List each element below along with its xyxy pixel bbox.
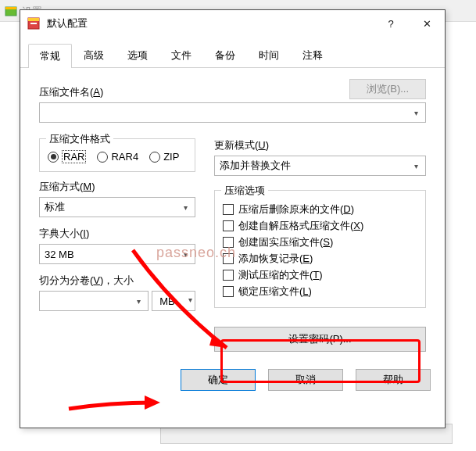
checkbox-icon [223, 253, 234, 264]
update-mode-combo[interactable]: 添加并替换文件 ▾ [214, 156, 426, 176]
radio-icon [149, 152, 160, 163]
general-panel: 压缩文件名(A) 浏览(B)... ▾ 压缩文件格式 RAR [20, 68, 445, 360]
chevron-down-icon: ▾ [188, 295, 192, 304]
archive-format-group: 压缩文件格式 RAR RAR4 ZIP [39, 138, 195, 172]
checkbox-icon [223, 237, 234, 248]
checkbox-icon [223, 204, 234, 215]
svg-rect-4 [30, 23, 37, 24]
app-icon [27, 16, 41, 30]
update-mode-label: 更新模式(U) [214, 138, 426, 152]
dialog-title: 默认配置 [47, 16, 373, 30]
opt-test[interactable]: 测试压缩的文件(T) [223, 268, 417, 282]
tab-general[interactable]: 常规 [28, 44, 72, 68]
help-footer-button[interactable]: 帮助 [356, 369, 431, 391]
svg-rect-1 [5, 7, 16, 9]
radio-icon [48, 152, 59, 163]
tab-backup[interactable]: 备份 [203, 43, 247, 67]
dictionary-size-combo[interactable]: 32 MB ▾ [39, 244, 195, 264]
split-volume-label: 切分为分卷(V)，大小 [39, 274, 195, 288]
parent-window-icon [5, 5, 17, 17]
right-column: 更新模式(U) 添加并替换文件 ▾ 压缩选项 压缩后删除原来的文件(D) 创建自… [214, 138, 426, 352]
compression-method-combo[interactable]: 标准 ▾ [39, 197, 195, 217]
chevron-down-icon: ▾ [179, 201, 191, 213]
archive-name-combo[interactable]: ▾ [39, 102, 426, 123]
split-unit-combo[interactable]: MB ▾ [152, 291, 195, 311]
tab-options[interactable]: 选项 [116, 43, 159, 67]
radio-icon [97, 152, 108, 163]
compression-options-legend: 压缩选项 [221, 184, 268, 198]
checkbox-icon [223, 270, 234, 281]
chevron-down-icon: ▾ [179, 248, 191, 260]
tab-files[interactable]: 文件 [159, 43, 203, 67]
chevron-down-icon: ▾ [132, 295, 145, 307]
default-profile-dialog: 默认配置 ? ✕ 常规 高级 选项 文件 备份 时间 注释 压缩文件名(A) 浏… [20, 9, 446, 428]
cancel-button[interactable]: 取消 [268, 369, 343, 391]
format-rar4-radio[interactable]: RAR4 [97, 151, 138, 163]
help-button[interactable]: ? [373, 12, 409, 35]
format-rar-radio[interactable]: RAR [48, 150, 86, 163]
dialog-titlebar: 默认配置 ? ✕ [20, 10, 445, 37]
checkbox-icon [223, 286, 234, 297]
chevron-down-icon: ▾ [410, 106, 422, 119]
split-size-combo[interactable]: ▾ [39, 291, 149, 311]
opt-recovery[interactable]: 添加恢复记录(E) [223, 252, 417, 266]
left-column: 压缩文件格式 RAR RAR4 ZIP [39, 138, 195, 352]
set-password-button[interactable]: 设置密码(P)... [214, 327, 426, 352]
tab-comment[interactable]: 注释 [291, 43, 335, 67]
compression-options-group: 压缩选项 压缩后删除原来的文件(D) 创建自解压格式压缩文件(X) 创建固实压缩… [214, 190, 426, 308]
browse-button[interactable]: 浏览(B)... [349, 79, 426, 99]
tab-strip: 常规 高级 选项 文件 备份 时间 注释 [20, 40, 445, 68]
ok-button[interactable]: 确定 [181, 369, 256, 391]
chevron-down-icon: ▾ [410, 159, 422, 172]
dialog-footer: 确定 取消 帮助 [20, 360, 445, 391]
opt-delete-after[interactable]: 压缩后删除原来的文件(D) [223, 202, 417, 217]
format-zip-radio[interactable]: ZIP [149, 151, 179, 163]
svg-rect-3 [28, 18, 39, 21]
archive-name-label: 压缩文件名(A) [39, 85, 103, 99]
close-button[interactable]: ✕ [409, 12, 445, 35]
checkbox-icon [223, 220, 234, 231]
tab-advanced[interactable]: 高级 [72, 43, 116, 67]
tab-time[interactable]: 时间 [247, 43, 291, 67]
opt-sfx[interactable]: 创建自解压格式压缩文件(X) [223, 219, 417, 233]
archive-format-legend: 压缩文件格式 [46, 132, 113, 146]
compression-method-label: 压缩方式(M) [39, 180, 195, 194]
opt-lock[interactable]: 锁定压缩文件(L) [223, 285, 417, 299]
opt-solid[interactable]: 创建固实压缩文件(S) [223, 235, 417, 249]
dictionary-size-label: 字典大小(I) [39, 227, 195, 241]
